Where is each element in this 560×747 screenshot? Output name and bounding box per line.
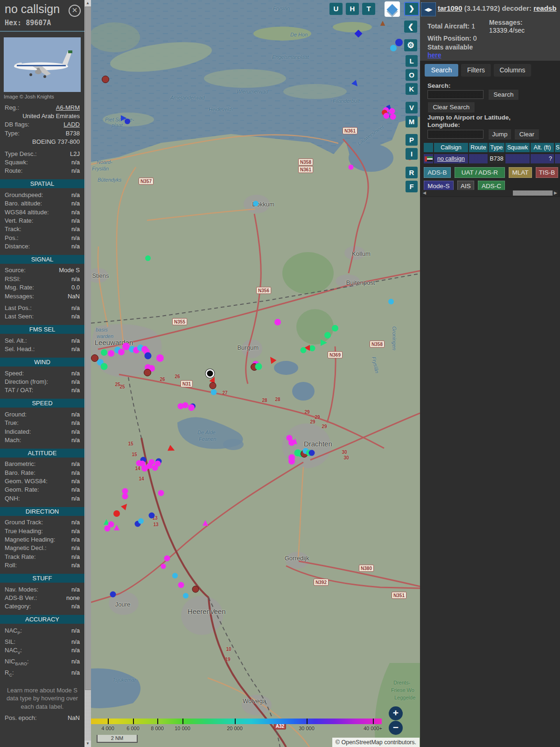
legend-mlat[interactable]: MLAT <box>509 167 532 178</box>
legend-uat-ads-r[interactable]: UAT / ADS-R <box>455 167 505 178</box>
history-dot[interactable] <box>390 45 397 51</box>
map-canvas[interactable]: DokkumKollumBuitenpostStiensLeeuwardenBu… <box>91 0 420 747</box>
map-button-V[interactable]: V <box>406 102 418 113</box>
zoom-out-button[interactable]: − <box>389 721 403 735</box>
row-cell[interactable]: ? <box>531 154 554 163</box>
row-cell[interactable]: B738 <box>489 154 504 163</box>
history-dot[interactable] <box>138 518 144 524</box>
history-dot[interactable] <box>125 119 130 124</box>
history-dot[interactable] <box>309 450 315 456</box>
row-callsign-link[interactable]: no callsign <box>437 155 465 162</box>
history-dot[interactable] <box>389 108 395 114</box>
zoom-in-button[interactable]: + <box>389 706 403 720</box>
map-button-K[interactable]: K <box>406 83 418 95</box>
horizontal-scrollbar[interactable]: ◀ ▶ <box>422 190 558 196</box>
map-button-H[interactable]: H <box>346 3 359 15</box>
column-header-Route[interactable]: Route <box>469 143 488 152</box>
selected-aircraft-marker[interactable] <box>206 369 215 378</box>
history-dot[interactable] <box>192 586 199 593</box>
history-dot[interactable] <box>172 573 178 578</box>
info-value-link[interactable]: A6-MRM <box>56 104 80 111</box>
map-button-R[interactable]: R <box>406 167 418 178</box>
scroll-right-icon[interactable]: ▶ <box>554 190 557 196</box>
column-header-Callsign[interactable]: Callsign <box>434 143 468 152</box>
chevron-left-icon[interactable]: ❮ <box>404 21 417 33</box>
history-dot[interactable] <box>188 404 195 411</box>
map-button-T[interactable]: T <box>362 3 375 15</box>
layer-switcher-icon[interactable] <box>385 1 400 17</box>
search-input[interactable] <box>427 90 483 99</box>
jump-input[interactable] <box>427 130 483 139</box>
column-header-S[interactable]: S <box>555 143 560 152</box>
history-dot[interactable] <box>388 299 394 304</box>
sidebar-scrollbar[interactable]: ▲ ▼ <box>84 0 91 747</box>
history-dot[interactable] <box>390 114 396 120</box>
history-dot[interactable] <box>349 165 354 170</box>
scrollbar-thumb[interactable] <box>85 7 91 690</box>
clear-search-button[interactable]: Clear Search <box>427 102 475 113</box>
history-dot[interactable] <box>161 564 166 569</box>
history-dot[interactable] <box>395 39 403 46</box>
history-dot[interactable] <box>210 382 217 389</box>
map-button-I[interactable]: I <box>406 148 418 160</box>
legend-tis-b[interactable]: TIS-B <box>536 167 558 178</box>
hscroll-thumb[interactable] <box>513 190 553 196</box>
row-cell[interactable] <box>555 154 560 163</box>
gear-icon[interactable]: ⚙ <box>404 39 417 51</box>
history-dot[interactable] <box>144 369 151 376</box>
history-dot[interactable] <box>110 592 116 598</box>
tab-columns[interactable]: Columns <box>494 64 531 77</box>
history-dot[interactable] <box>324 332 331 338</box>
history-dot[interactable] <box>158 490 164 496</box>
history-dot[interactable] <box>122 493 128 500</box>
history-dot[interactable] <box>332 325 338 331</box>
history-dot[interactable] <box>118 349 125 355</box>
history-dot[interactable] <box>113 510 120 517</box>
search-button[interactable]: Search <box>488 89 519 100</box>
history-dot[interactable] <box>101 363 108 370</box>
flag-cell[interactable] <box>424 154 433 163</box>
stats-here-link[interactable]: here <box>427 51 441 59</box>
history-dot[interactable] <box>105 526 111 532</box>
history-dot[interactable] <box>182 402 189 409</box>
row-cell[interactable] <box>469 154 488 163</box>
history-dot[interactable] <box>155 461 161 467</box>
row-cell[interactable]: no callsign <box>434 154 468 163</box>
column-header-icon[interactable] <box>424 143 433 152</box>
map-button-L[interactable]: L <box>406 55 418 67</box>
history-dot[interactable] <box>149 513 155 519</box>
close-icon[interactable]: ✕ <box>69 5 81 17</box>
info-value-link[interactable]: LADD <box>63 121 80 128</box>
scroll-up-icon[interactable]: ▲ <box>84 0 91 7</box>
history-dot[interactable] <box>274 319 281 325</box>
tab-filters[interactable]: Filters <box>461 64 491 77</box>
map-button-F[interactable]: F <box>406 181 418 192</box>
history-dot[interactable] <box>164 556 170 562</box>
map-button-U[interactable]: U <box>329 3 343 15</box>
column-header-Squawk[interactable]: Squawk <box>505 143 530 152</box>
history-dot[interactable] <box>211 389 217 395</box>
map-button-P[interactable]: P <box>406 134 418 146</box>
column-header-Type[interactable]: Type <box>489 143 504 152</box>
history-dot[interactable] <box>288 458 295 465</box>
scroll-down-icon[interactable]: ▼ <box>84 740 91 747</box>
history-dot[interactable] <box>156 354 164 362</box>
history-dot[interactable] <box>183 593 189 599</box>
history-dot[interactable] <box>301 347 307 353</box>
readsb-link[interactable]: readsb <box>533 4 556 12</box>
history-dot[interactable] <box>141 465 148 472</box>
history-dot[interactable] <box>102 76 109 83</box>
history-dot[interactable] <box>145 352 152 359</box>
map-button-O[interactable]: O <box>406 69 418 81</box>
history-dot[interactable] <box>108 350 114 357</box>
history-dot[interactable] <box>384 113 390 119</box>
tab-search[interactable]: Search <box>425 64 458 77</box>
chevron-right-icon[interactable]: ❯ <box>404 2 419 16</box>
history-dot[interactable] <box>101 349 107 356</box>
legend-ads-b[interactable]: ADS-B <box>424 167 451 178</box>
clear-button[interactable]: Clear <box>514 129 539 140</box>
history-dot[interactable] <box>253 201 259 206</box>
history-dot[interactable] <box>178 582 184 588</box>
tar1090-link[interactable]: tar1090 <box>438 4 462 12</box>
history-dot[interactable] <box>145 255 151 261</box>
